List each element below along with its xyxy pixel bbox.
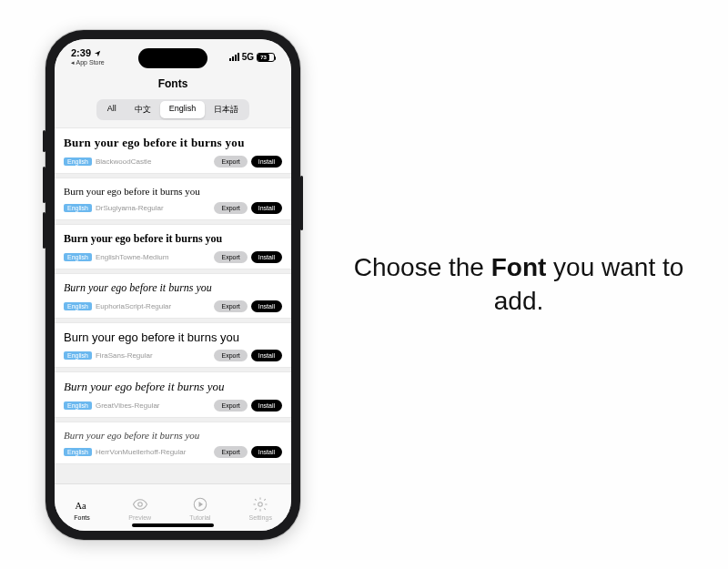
fonts-icon: Aa xyxy=(74,496,90,513)
svg-point-3 xyxy=(258,502,263,506)
export-button[interactable]: Export xyxy=(214,251,247,263)
install-button[interactable]: Install xyxy=(251,156,282,168)
tutorial-icon xyxy=(192,496,208,513)
svg-text:Aa: Aa xyxy=(76,500,87,510)
language-badge: English xyxy=(64,204,92,212)
font-name-label: EuphoriaScript-Regular xyxy=(96,302,211,310)
install-button[interactable]: Install xyxy=(251,400,282,412)
instruction-caption: Choose the Font you want to add. xyxy=(328,250,710,320)
export-button[interactable]: Export xyxy=(214,400,247,412)
dynamic-island xyxy=(138,48,207,68)
font-sample: Burn your ego before it burns you xyxy=(64,136,282,150)
settings-icon xyxy=(252,496,268,513)
font-card: Burn your ego before it burns youEnglish… xyxy=(55,127,291,174)
segment-english[interactable]: English xyxy=(160,101,206,118)
font-meta-row: EnglishBlackwoodCastleExportInstall xyxy=(64,156,282,168)
font-card: Burn your ego before it burns youEnglish… xyxy=(55,224,291,269)
language-badge: English xyxy=(64,157,92,166)
page-title: Fonts xyxy=(55,76,291,96)
font-meta-row: EnglishFiraSans-RegularExportInstall xyxy=(64,350,282,361)
power-button xyxy=(300,176,303,230)
battery-icon: 73 xyxy=(257,53,275,62)
screen: 2:39 ◂ App Store 5G 73 Fonts All中文Englis… xyxy=(55,39,291,531)
export-button[interactable]: Export xyxy=(214,350,247,361)
export-button[interactable]: Export xyxy=(214,446,247,458)
segment-日本語[interactable]: 日本語 xyxy=(205,101,248,118)
font-card: Burn your ego before it burns youEnglish… xyxy=(55,178,291,220)
tab-label: Settings xyxy=(249,514,272,521)
font-card: Burn your ego before it burns youEnglish… xyxy=(55,371,291,418)
signal-icon xyxy=(229,53,239,61)
svg-point-1 xyxy=(137,502,142,506)
language-badge: English xyxy=(64,448,92,456)
install-button[interactable]: Install xyxy=(251,251,282,263)
home-indicator[interactable] xyxy=(132,523,214,527)
tab-fonts[interactable]: AaFonts xyxy=(74,496,90,521)
font-name-label: HerrVonMuellerhoff-Regular xyxy=(96,448,211,456)
tab-label: Fonts xyxy=(74,514,90,521)
preview-icon xyxy=(132,496,148,513)
font-card: Burn your ego before it burns youEnglish… xyxy=(55,422,291,464)
font-meta-row: EnglishDrSugiyama-RegularExportInstall xyxy=(64,202,282,214)
side-button xyxy=(43,130,46,152)
font-card: Burn your ego before it burns youEnglish… xyxy=(55,322,291,368)
font-name-label: DrSugiyama-Regular xyxy=(96,204,211,212)
tab-preview[interactable]: Preview xyxy=(128,496,151,521)
volume-up-button xyxy=(43,167,46,203)
language-filter-segmented[interactable]: All中文English日本語 xyxy=(96,99,250,120)
font-name-label: FiraSans-Regular xyxy=(96,351,211,360)
install-button[interactable]: Install xyxy=(251,300,282,312)
font-sample: Burn your ego before it burns you xyxy=(64,430,282,441)
phone-frame: 2:39 ◂ App Store 5G 73 Fonts All中文Englis… xyxy=(46,30,300,540)
language-badge: English xyxy=(64,302,92,310)
battery-percent: 73 xyxy=(258,54,269,61)
export-button[interactable]: Export xyxy=(214,300,247,312)
segment-all[interactable]: All xyxy=(98,101,126,118)
tab-tutorial[interactable]: Tutorial xyxy=(189,496,210,521)
font-name-label: GreatVibes-Regular xyxy=(96,401,211,410)
volume-down-button xyxy=(43,212,46,249)
font-sample: Burn your ego before it burns you xyxy=(64,380,282,394)
tab-label: Tutorial xyxy=(189,514,210,521)
location-icon xyxy=(94,50,101,57)
install-button[interactable]: Install xyxy=(251,446,282,458)
tab-label: Preview xyxy=(128,514,151,521)
tab-settings[interactable]: Settings xyxy=(249,496,272,521)
language-badge: English xyxy=(64,401,92,410)
font-sample: Burn your ego before it burns you xyxy=(64,281,282,295)
install-button[interactable]: Install xyxy=(251,202,282,214)
font-card: Burn your ego before it burns youEnglish… xyxy=(55,273,291,319)
font-meta-row: EnglishEnglishTowne-MediumExportInstall xyxy=(64,251,282,263)
font-meta-row: EnglishEuphoriaScript-RegularExportInsta… xyxy=(64,300,282,312)
back-to-app-link[interactable]: ◂ App Store xyxy=(71,59,105,66)
language-badge: English xyxy=(64,351,92,360)
status-time: 2:39 xyxy=(71,48,91,58)
export-button[interactable]: Export xyxy=(214,202,247,214)
export-button[interactable]: Export xyxy=(214,156,247,168)
install-button[interactable]: Install xyxy=(251,350,282,361)
font-name-label: BlackwoodCastle xyxy=(96,157,211,166)
font-meta-row: EnglishHerrVonMuellerhoff-RegularExportI… xyxy=(64,446,282,458)
font-name-label: EnglishTowne-Medium xyxy=(96,253,211,261)
language-badge: English xyxy=(64,253,92,261)
segment-中文[interactable]: 中文 xyxy=(126,101,160,118)
font-sample: Burn your ego before it burns you xyxy=(64,330,282,344)
font-sample: Burn your ego before it burns you xyxy=(64,232,282,246)
font-meta-row: EnglishGreatVibes-RegularExportInstall xyxy=(64,400,282,412)
font-list[interactable]: Burn your ego before it burns youEnglish… xyxy=(55,127,291,483)
font-sample: Burn your ego before it burns you xyxy=(64,186,282,197)
network-label: 5G xyxy=(242,52,254,62)
